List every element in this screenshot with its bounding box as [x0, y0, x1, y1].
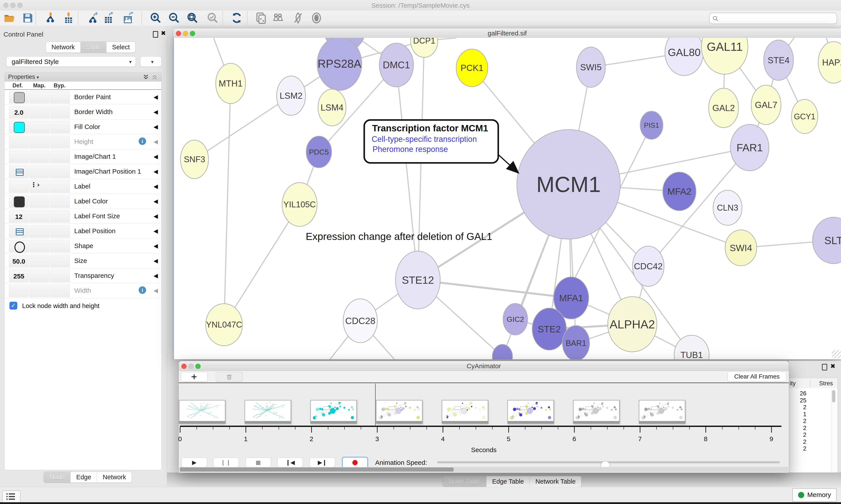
annotation-link[interactable]: Pheromone response [373, 145, 448, 154]
expand-property-icon[interactable]: ◀ [154, 272, 158, 279]
animation-speed-slider[interactable] [437, 461, 780, 463]
style-property-row[interactable]: 255Transparency◀ [5, 268, 161, 283]
table-cell-value[interactable]: 2 [789, 445, 806, 452]
lock-size-checkbox[interactable]: ✓ [10, 302, 17, 310]
tab-network[interactable]: Network [97, 472, 132, 483]
record-button[interactable] [342, 457, 368, 469]
default-value-cell[interactable]: 50.0 [9, 255, 29, 267]
timeline-playhead[interactable] [375, 383, 376, 426]
default-value-cell[interactable] [9, 151, 29, 163]
style-property-row[interactable]: Image/Chart 1◀ [5, 149, 161, 164]
timeline-scrollbar-thumb[interactable] [180, 467, 453, 472]
mapping-cell[interactable] [30, 285, 49, 297]
expand-property-icon[interactable]: ◀ [154, 213, 158, 219]
mapping-cell[interactable] [30, 165, 49, 178]
frame-thumbnail-7[interactable] [639, 400, 685, 424]
bypass-cell[interactable] [50, 180, 70, 193]
column-divider[interactable] [810, 379, 810, 387]
style-options-button[interactable]: ▾ [140, 56, 162, 67]
import-network-icon[interactable] [45, 12, 56, 24]
stop-button[interactable]: ■ [246, 457, 271, 467]
style-property-row[interactable]: 12Label Font Size◀ [5, 209, 161, 224]
table-cell-value[interactable]: 2 [789, 418, 806, 425]
resize-grip-icon[interactable] [832, 350, 841, 358]
table-header-row[interactable]: ity Stres [789, 378, 838, 389]
bypass-cell[interactable] [50, 255, 70, 267]
mapping-cell[interactable] [30, 240, 49, 252]
expand-property-icon[interactable]: ◀ [154, 168, 158, 175]
bypass-cell[interactable] [50, 151, 70, 163]
mapping-cell[interactable] [30, 210, 49, 223]
table-cell-value[interactable]: 26 [789, 390, 806, 397]
network-window-titlebar[interactable]: galFiltered.sif [173, 28, 841, 38]
timeline-scrollbar[interactable] [179, 467, 788, 472]
bypass-cell[interactable] [50, 106, 70, 119]
expand-property-icon[interactable]: ◀ [154, 198, 158, 204]
style-property-row[interactable]: Heighti◀ [5, 134, 161, 149]
table-scrollbar-thumb[interactable] [832, 390, 835, 402]
style-property-row[interactable]: Border Paint◀ [5, 90, 161, 105]
search-input[interactable] [709, 13, 837, 24]
clear-all-frames-button[interactable]: Clear All Frames [728, 372, 786, 382]
tab-select[interactable]: Select [106, 42, 136, 53]
mapping-cell[interactable] [30, 270, 49, 282]
tab-network[interactable]: Network [46, 42, 80, 53]
float-panel-icon[interactable] [153, 31, 158, 38]
frame-timeline[interactable]: 0123456789Seconds [179, 383, 789, 457]
table-cell-value[interactable]: 2 [789, 425, 806, 432]
bypass-cell[interactable] [50, 240, 70, 252]
bypass-cell[interactable] [50, 165, 70, 178]
style-property-row[interactable]: Shape◀ [5, 239, 161, 254]
default-value-cell[interactable]: 12 [9, 210, 29, 223]
network-edge[interactable] [418, 280, 571, 298]
cyanimator-titlebar[interactable]: CyAnimator [179, 361, 789, 371]
expand-property-icon[interactable]: ◀ [154, 257, 158, 264]
go-to-start-button[interactable]: ❙◀ [278, 457, 303, 467]
bypass-cell[interactable] [50, 210, 70, 223]
default-value-cell[interactable] [9, 165, 29, 178]
default-value-cell[interactable]: 255 [9, 270, 29, 282]
bypass-cell[interactable] [50, 121, 70, 133]
clipboard-icon[interactable] [255, 12, 267, 24]
style-property-row[interactable]: Widthi◀ [5, 283, 161, 298]
zoom-out-icon[interactable] [168, 12, 180, 24]
style-property-row[interactable]: 2.0Border Width◀ [5, 105, 161, 120]
play-button[interactable]: ▶ [182, 457, 207, 467]
tab-node-table[interactable]: Node Table [443, 476, 486, 487]
zoom-in-icon[interactable] [150, 12, 162, 24]
capture-frame-button[interactable] [181, 372, 208, 382]
style-property-row[interactable]: Label Color◀ [5, 194, 161, 209]
expand-property-icon[interactable]: ◀ [154, 94, 158, 100]
save-session-icon[interactable] [22, 12, 34, 24]
bypass-cell[interactable] [50, 225, 70, 237]
bypass-cell[interactable] [50, 136, 70, 148]
pause-button[interactable]: ❙❙ [213, 457, 239, 467]
info-icon[interactable]: i [139, 138, 146, 145]
default-value-cell[interactable] [9, 285, 29, 297]
mapping-cell[interactable] [30, 106, 49, 119]
table-cell-value[interactable]: 25 [789, 397, 806, 404]
annotation-link[interactable]: Cell-type-specific transcription [372, 134, 477, 144]
mapping-cell[interactable] [30, 225, 49, 237]
style-property-row[interactable]: ⋮›Label◀ [5, 179, 161, 194]
mapping-cell[interactable] [30, 195, 49, 208]
tab-node[interactable]: Node [44, 472, 71, 483]
expand-property-icon[interactable]: ◀ [154, 183, 158, 190]
frame-thumbnail-4[interactable] [442, 400, 488, 424]
network-edge[interactable] [224, 204, 300, 325]
bypass-cell[interactable] [50, 91, 70, 104]
hide-panel-icon[interactable] [292, 12, 304, 24]
show-panel-icon[interactable] [310, 12, 322, 24]
frame-thumbnail-2[interactable] [310, 400, 357, 424]
bypass-cell[interactable] [50, 285, 70, 297]
expand-property-icon[interactable]: ◀ [154, 124, 158, 130]
delete-frame-button[interactable] [216, 372, 243, 382]
frame-thumbnail-5[interactable] [507, 400, 554, 424]
network-edge[interactable] [396, 65, 418, 280]
style-property-row[interactable]: 50.0Size◀ [5, 254, 161, 268]
default-value-cell[interactable] [9, 195, 29, 208]
collapse-all-icon[interactable] [151, 74, 158, 80]
table-cell-value[interactable]: 2 [789, 432, 806, 438]
default-value-cell[interactable] [9, 91, 29, 104]
open-session-icon[interactable] [3, 12, 15, 24]
